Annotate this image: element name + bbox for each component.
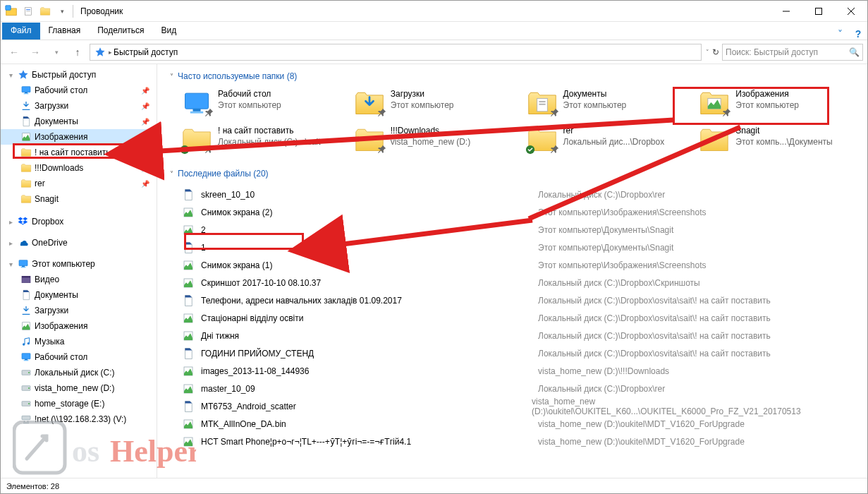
navigation-pane[interactable]: ▾ Быстрый доступ Рабочий стол📌 Загрузки📌… — [1, 64, 157, 478]
pictures-icon — [20, 131, 32, 143]
sidebar-quick-access[interactable]: ▾ Быстрый доступ — [1, 67, 157, 83]
file-row[interactable]: 2 Этот компьютер\Документы\Snagit — [181, 221, 860, 239]
sidebar-item-img2[interactable]: Изображения — [1, 318, 157, 334]
file-path: Локальный диск (C:)\Dropbox\rer — [538, 384, 665, 394]
chevron-down-icon[interactable]: ▾ — [6, 260, 15, 268]
nav-back-button[interactable]: ← — [5, 43, 23, 61]
sidebar-item-video[interactable]: Видео — [1, 272, 157, 287]
sidebar-item-hstore[interactable]: home_storage (E:) — [1, 396, 157, 411]
file-icon — [182, 224, 195, 236]
chevron-down-icon[interactable]: ▾ — [6, 71, 15, 79]
sidebar-dropbox[interactable]: ▸Dropbox — [1, 214, 157, 229]
refresh-button[interactable]: ↻ — [712, 47, 719, 57]
breadcrumb-segment[interactable]: Быстрый доступ — [114, 47, 178, 57]
sidebar-item-downloads[interactable]: Загрузки📌 — [1, 98, 157, 114]
minimize-button[interactable] — [770, 1, 802, 22]
file-row[interactable]: HCT Smart Phone¦p+о¬г¬¦TL+---+ӯT¦+ӯгі¬=-… — [181, 433, 860, 450]
file-row[interactable]: skreen_10_10 Локальный диск (C:)\Dropbox… — [181, 186, 860, 203]
chevron-down-icon[interactable]: ˅ — [170, 73, 173, 80]
sidebar-item-vhome[interactable]: vista_home_new (D:) — [1, 380, 157, 396]
file-row[interactable]: ГОДИНИ ПРИЙОМУ_СТЕНД Локальный диск (C:)… — [181, 344, 860, 362]
folder-subtitle: Этот компьютер — [391, 100, 454, 111]
folder-item[interactable]: Изображения Этот компьютер — [699, 88, 860, 119]
address-dropdown-icon[interactable]: ˅ — [706, 49, 709, 56]
ribbon-help-icon[interactable]: ? — [849, 28, 867, 40]
sidebar-item-cdrive[interactable]: Локальный диск (C:) — [1, 365, 157, 380]
file-name: master_10_09 — [201, 384, 532, 394]
chevron-down-icon[interactable]: ˅ — [170, 170, 173, 178]
folder-item[interactable]: ! на сайт поставить Локальный диск (C:).… — [181, 125, 343, 156]
file-row[interactable]: Стаціонарні відділу освіти Локальный дис… — [181, 309, 860, 327]
sidebar-item-rer[interactable]: rer📌 — [1, 176, 157, 191]
nav-recent-dropdown[interactable]: ▾ — [47, 43, 66, 61]
svg-point-23 — [27, 342, 30, 344]
app-icon — [4, 4, 19, 19]
folder-item[interactable]: Документы Этот компьютер — [527, 88, 688, 119]
ribbon-tab-file[interactable]: Файл — [2, 23, 40, 40]
file-row[interactable]: Скриншот 2017-10-10 08.10.37 Локальный д… — [181, 274, 860, 291]
chevron-right-icon[interactable]: ▸ — [6, 218, 15, 226]
sidebar-item-downloads-dir[interactable]: !!!Downloads📌 — [1, 160, 157, 176]
ribbon-tab-share[interactable]: Поделиться — [89, 23, 152, 40]
qat-dropdown-icon[interactable]: ▾ — [54, 4, 70, 19]
file-row[interactable]: Снимок экрана (2) Этот компьютер\Изображ… — [181, 203, 860, 221]
sidebar-item-docs2[interactable]: Документы — [1, 287, 157, 303]
downloads-icon — [20, 100, 32, 112]
address-breadcrumb[interactable]: ▸ Быстрый доступ — [90, 44, 702, 61]
file-path: Локальный диск (C:)\Dropbox\osvita\sait\… — [538, 331, 771, 341]
folder-subtitle: vista_home_new (D:) — [391, 136, 470, 147]
file-row[interactable]: Дні тижня Локальный диск (C:)\Dropbox\os… — [181, 327, 860, 344]
music-icon — [20, 336, 32, 347]
chevron-right-icon[interactable]: ▸ — [6, 239, 15, 247]
file-row[interactable]: images_2013-11-08_144936 vista_home_new … — [181, 362, 860, 380]
folder-item[interactable]: Загрузки Этот компьютер — [354, 88, 515, 119]
nav-forward-button[interactable]: → — [26, 43, 44, 61]
sidebar-item-snagit[interactable]: Snagit — [1, 191, 157, 207]
search-icon: 🔍 — [849, 47, 860, 57]
qat-newfolder-icon[interactable] — [37, 4, 53, 19]
file-name: ГОДИНИ ПРИЙОМУ_СТЕНД — [201, 349, 532, 359]
section-title: Часто используемые папки (8) — [178, 71, 297, 81]
pin-icon: 📌 — [141, 102, 149, 110]
file-row[interactable]: MT6753_Android_scatter vista_home_new (D… — [181, 397, 860, 415]
file-icon — [182, 312, 195, 325]
ribbon-tab-view[interactable]: Вид — [152, 23, 185, 40]
folder-item[interactable]: rer Локальный дис...\Dropbox — [527, 125, 688, 156]
file-path: Этот компьютер\Документы\Snagit — [538, 243, 673, 253]
file-row[interactable]: master_10_09 Локальный диск (C:)\Dropbox… — [181, 380, 860, 397]
folder-item[interactable]: !!!Downloads vista_home_new (D:) — [354, 125, 515, 156]
sidebar-item-netv[interactable]: !net (\\192.168.2.33) (V:) — [1, 411, 157, 427]
maximize-button[interactable] — [802, 1, 835, 22]
sidebar-item-pictures[interactable]: Изображения📌 — [1, 129, 157, 145]
nav-up-button[interactable]: ↑ — [68, 43, 87, 61]
file-name: Стаціонарні відділу освіти — [201, 313, 532, 323]
close-button[interactable] — [835, 1, 867, 22]
file-row[interactable]: Снимок экрана (1) Этот компьютер\Изображ… — [181, 256, 860, 274]
pin-icon: 📌 — [141, 149, 149, 157]
ribbon-tab-home[interactable]: Главная — [40, 23, 90, 40]
sidebar-item-dl2[interactable]: Загрузки — [1, 303, 157, 318]
search-input[interactable]: Поиск: Быстрый доступ 🔍 — [722, 44, 863, 61]
section-title: Последние файлы (20) — [178, 169, 269, 179]
ribbon-expand-icon[interactable]: ˅ — [831, 28, 849, 40]
content-pane[interactable]: ˅ Часто используемые папки (8) Рабочий с… — [157, 64, 867, 478]
section-frequent-folders[interactable]: ˅ Часто используемые папки (8) — [164, 67, 860, 88]
file-row[interactable]: Телефони, адреси навчальних закладів 01.… — [181, 291, 860, 309]
file-name: Дні тижня — [201, 331, 532, 341]
sidebar-item-desktop[interactable]: Рабочий стол📌 — [1, 83, 157, 98]
sidebar-item-label: vista_home_new (D:) — [35, 383, 114, 393]
pin-icon — [378, 145, 386, 153]
sidebar-item-music[interactable]: Музыка — [1, 334, 157, 349]
qat-properties-icon[interactable] — [20, 4, 36, 19]
file-row[interactable]: MTK_AllInOne_DA.bin vista_home_new (D:)\… — [181, 415, 860, 433]
sidebar-item-site[interactable]: ! на сайт поставить📌 — [1, 145, 157, 160]
file-row[interactable]: 1 Этот компьютер\Документы\Snagit — [181, 239, 860, 256]
sidebar-item-documents[interactable]: Документы📌 — [1, 114, 157, 129]
sidebar-item-desk2[interactable]: Рабочий стол — [1, 349, 157, 365]
sidebar-onedrive[interactable]: ▸OneDrive — [1, 235, 157, 251]
section-recent-files[interactable]: ˅ Последние файлы (20) — [164, 164, 860, 186]
sidebar-item-label: Музыка — [35, 337, 64, 347]
folder-item[interactable]: Snagit Этот компь...\Документы — [699, 125, 860, 156]
sidebar-this-pc[interactable]: ▾Этот компьютер — [1, 256, 157, 272]
folder-item[interactable]: Рабочий стол Этот компьютер — [181, 88, 343, 119]
